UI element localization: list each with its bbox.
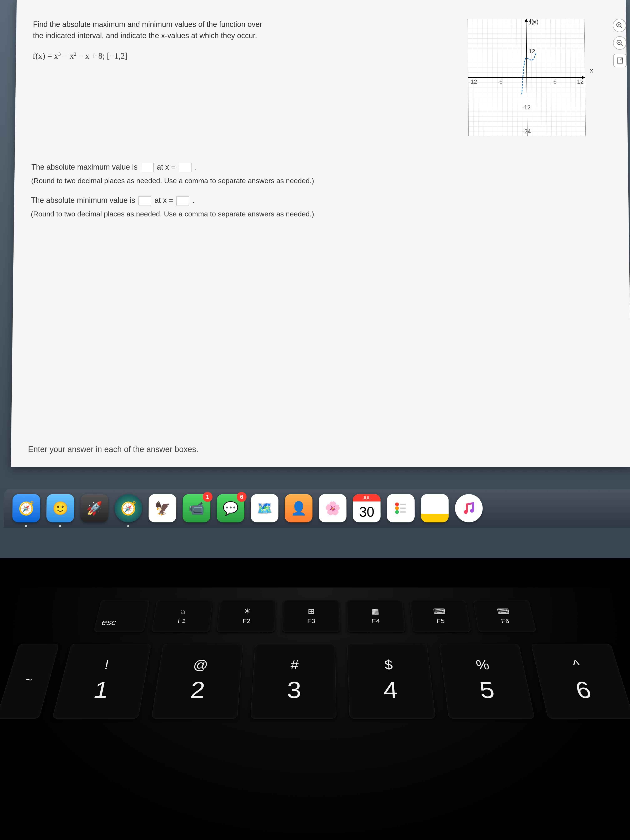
max-value-input[interactable] [141,163,153,172]
graph-container: f(x) x -12 -6 6 12 12 24 -12 -24 [464,19,611,136]
answer-section: The absolute maximum value is at x = . (… [31,161,612,219]
browser-window: Find the absolute maximum and minimum va… [11,0,630,467]
max-mid: at x = [157,163,175,172]
macos-dock: 🧭 🙂 🚀 🧭 🦅 📹1 💬6 🗺️ 👤 🌸 JUL 30 [4,489,630,528]
min-post: . [193,196,194,205]
svg-point-15 [470,509,474,513]
graph-toolbar [613,19,627,67]
graph-plot[interactable]: f(x) x -12 -6 6 12 12 24 -12 -24 [468,19,586,136]
calendar-day: 30 [359,502,374,522]
key-f4[interactable]: ▦F4 [347,600,406,632]
svg-point-9 [395,506,399,510]
min-answer-line: The absolute minimum value is at x = . [31,194,612,206]
key-esc[interactable]: esc [94,600,150,632]
min-mid: at x = [155,196,173,205]
expand-graph-button[interactable] [613,54,627,67]
key-f5[interactable]: ⌨F5 [410,600,471,632]
facetime-badge: 1 [203,492,213,502]
finder-icon[interactable]: 🙂 [46,494,74,523]
min-pre: The absolute minimum value is [31,196,135,205]
calendar-icon[interactable]: JUL 30 [353,494,381,523]
key-3[interactable]: #3 [250,644,336,719]
question-block: Find the absolute maximum and minimum va… [32,19,456,136]
safari-icon[interactable]: 🧭 [12,494,40,523]
max-post: . [195,163,197,172]
key-f3[interactable]: ⊞F3 [282,600,340,632]
min-x-input[interactable] [177,196,189,205]
formula: f(x) = x3 − x2 − x + 8; [−1,2] [33,50,455,62]
min-value-input[interactable] [139,196,151,205]
calendar-month: JUL [353,494,381,502]
svg-point-10 [395,510,399,514]
facetime-icon[interactable]: 📹1 [183,494,210,523]
svg-point-14 [464,510,468,514]
key-f6[interactable]: ⌨F6 [473,600,536,632]
max-x-input[interactable] [179,163,192,172]
key-tilde[interactable]: ~ [0,644,59,719]
laptop-keyboard: esc ☼F1 ☀F2 ⊞F3 ▦F4 ⌨F5 ⌨F6 ~ !1 @2 #3 $… [0,587,630,840]
safari2-icon[interactable]: 🧭 [114,494,142,523]
laptop-screen: Find the absolute maximum and minimum va… [0,0,630,558]
reminders-icon[interactable] [387,494,415,523]
key-1[interactable]: !1 [52,644,151,719]
svg-line-1 [621,27,622,28]
max-answer-line: The absolute maximum value is at x = . [31,161,611,173]
zoom-out-button[interactable] [613,36,627,50]
key-f2[interactable]: ☀F2 [217,600,276,632]
key-4[interactable]: $4 [347,644,436,719]
prompt-line-1: Find the absolute maximum and minimum va… [33,19,455,30]
key-6[interactable]: ^6 [531,644,630,719]
zoom-in-button[interactable] [613,19,626,32]
max-hint: (Round to two decimal places as needed. … [31,175,611,186]
key-2[interactable]: @2 [151,644,243,719]
max-pre: The absolute maximum value is [31,163,137,172]
maps-icon[interactable]: 🗺️ [251,494,278,523]
notes-icon[interactable] [421,494,448,523]
launchpad-icon[interactable]: 🚀 [81,494,108,523]
messages-icon[interactable]: 💬6 [217,494,245,523]
x-axis-label: x [590,66,593,75]
plot-curve [468,19,586,136]
key-5[interactable]: %5 [439,644,535,719]
problem-panel: Find the absolute maximum and minimum va… [14,0,629,236]
min-hint: (Round to two decimal places as needed. … [31,208,612,219]
prompt-line-2: the indicated interval, and indicate the… [33,30,455,41]
messages-badge: 6 [237,492,246,502]
photos-icon[interactable]: 🌸 [319,494,346,523]
key-f1[interactable]: ☼F1 [152,600,213,632]
contacts-icon[interactable]: 👤 [285,494,313,523]
footer-prompt: Enter your answer in each of the answer … [28,445,198,454]
svg-line-5 [621,44,622,46]
svg-point-8 [395,502,399,506]
music-icon[interactable] [455,494,483,523]
mail-icon[interactable]: 🦅 [148,494,177,523]
